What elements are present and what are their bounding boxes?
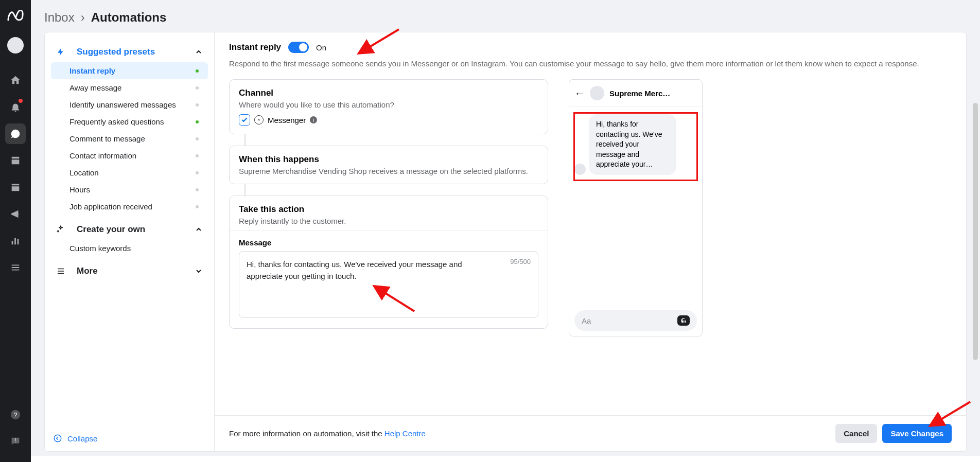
left-nav-rail: ? !: [0, 0, 31, 462]
info-icon[interactable]: i: [310, 116, 317, 123]
automation-toggle[interactable]: [288, 42, 309, 53]
svg-text:!: !: [15, 438, 16, 443]
save-button[interactable]: Save Changes: [882, 424, 952, 443]
preview-placeholder: Aa: [582, 316, 591, 325]
meta-logo[interactable]: [7, 7, 24, 25]
inbox-icon[interactable]: [5, 123, 26, 144]
notifications-icon[interactable]: [5, 97, 26, 117]
status-dot: [196, 188, 199, 191]
status-dot: [196, 171, 199, 174]
help-icon[interactable]: ?: [5, 404, 26, 425]
bubble-avatar: [574, 164, 586, 175]
flow-column: Channel Where would you like to use this…: [229, 79, 548, 405]
sidebar-item-away-message[interactable]: Away message: [51, 79, 208, 96]
account-avatar[interactable]: [7, 37, 24, 54]
home-icon[interactable]: [5, 70, 26, 91]
breadcrumb-current: Automations: [91, 10, 167, 25]
cancel-button[interactable]: Cancel: [835, 424, 877, 443]
chevron-up-icon: [195, 48, 203, 56]
preview-avatar: [590, 86, 604, 100]
action-subtitle: Reply instantly to the customer.: [239, 217, 538, 225]
more-header[interactable]: More: [48, 261, 211, 281]
sparkle-icon: [56, 225, 65, 234]
bottom-strip: [31, 456, 980, 462]
status-dot: [196, 86, 199, 90]
more-label: More: [77, 266, 98, 276]
collapse-button[interactable]: Collapse: [53, 434, 97, 443]
flow-connector: [244, 134, 246, 146]
messenger-label: Messenger: [268, 116, 306, 125]
status-dot: [196, 103, 199, 106]
scrollbar[interactable]: [973, 103, 978, 360]
channel-title: Channel: [239, 88, 538, 98]
automation-title: Instant reply: [229, 42, 281, 52]
when-box: When this happens Supreme Merchandise Ve…: [229, 146, 548, 184]
sidebar-item-comment[interactable]: Comment to message: [51, 130, 208, 147]
action-box: Take this action Reply instantly to the …: [229, 196, 548, 329]
preview-bubble: Hi, thanks for contacting us. We've rece…: [589, 114, 676, 175]
when-title: When this happens: [239, 154, 538, 165]
status-dot: [196, 205, 199, 208]
messenger-checkbox[interactable]: [239, 114, 250, 126]
lightning-icon: [56, 47, 65, 57]
sidebar-item-instant-reply[interactable]: Instant reply: [51, 62, 208, 79]
sidebar-item-job[interactable]: Job application received: [51, 198, 208, 215]
list-icon: [56, 266, 65, 276]
preview-phone: ← Supreme Merc… Hi, thanks for contactin…: [569, 79, 703, 336]
posts-icon[interactable]: [5, 150, 26, 171]
channel-subtitle: Where would you like to use this automat…: [239, 100, 538, 109]
collapse-label: Collapse: [67, 434, 97, 443]
preview-column: ← Supreme Merc… Hi, thanks for contactin…: [569, 79, 703, 405]
help-centre-link[interactable]: Help Centre: [384, 429, 426, 438]
insights-icon[interactable]: [5, 230, 26, 251]
main-area: Inbox › Automations Suggested presets In…: [31, 0, 980, 462]
message-input[interactable]: Hi, thanks for contacting us. We've rece…: [239, 251, 538, 318]
breadcrumb-inbox[interactable]: Inbox: [44, 10, 75, 25]
automations-card: Suggested presets Instant reply Away mes…: [44, 32, 967, 452]
sticker-icon: [677, 315, 690, 326]
suggested-presets-label: Suggested presets: [77, 47, 155, 57]
sidebar-item-faq[interactable]: Frequently asked questions: [51, 113, 208, 130]
automation-description: Respond to the first message someone sen…: [229, 58, 952, 69]
create-your-own-label: Create your own: [77, 224, 145, 235]
footer-bar: For more information on automation, visi…: [215, 415, 966, 451]
suggested-presets-header[interactable]: Suggested presets: [48, 42, 211, 62]
content-header: Instant reply On Respond to the first me…: [215, 32, 966, 76]
channel-box: Channel Where would you like to use this…: [229, 79, 548, 134]
preview-input: Aa: [574, 310, 697, 331]
sidebar-item-contact[interactable]: Contact information: [51, 147, 208, 164]
menu-icon[interactable]: [5, 257, 26, 278]
svg-point-3: [54, 435, 61, 442]
status-dot: [196, 154, 199, 157]
automations-sidebar: Suggested presets Instant reply Away mes…: [45, 32, 215, 451]
flow-connector: [244, 184, 246, 196]
chevron-up-icon: [195, 225, 203, 234]
message-text: Hi, thanks for contacting us. We've rece…: [247, 259, 531, 282]
sidebar-item-custom-keywords[interactable]: Custom keywords: [51, 240, 208, 257]
sidebar-item-hours[interactable]: Hours: [51, 181, 208, 198]
footer-text: For more information on automation, visi…: [229, 429, 426, 438]
message-char-count: 95/500: [510, 258, 531, 265]
toggle-state-label: On: [316, 43, 326, 52]
status-dot: [196, 137, 199, 140]
sidebar-item-unanswered[interactable]: Identify unanswered messages: [51, 96, 208, 113]
when-subtitle: Supreme Merchandise Vending Shop receive…: [239, 167, 538, 175]
chevron-right-icon: ›: [81, 10, 85, 25]
report-icon[interactable]: !: [5, 431, 26, 452]
preview-back-icon[interactable]: ←: [574, 87, 585, 99]
svg-text:?: ?: [14, 412, 18, 419]
chevron-down-icon: [195, 267, 203, 275]
action-title: Take this action: [239, 204, 538, 215]
sidebar-item-location[interactable]: Location: [51, 164, 208, 181]
status-dot: [196, 120, 199, 123]
breadcrumb: Inbox › Automations: [31, 0, 980, 32]
create-your-own-header[interactable]: Create your own: [48, 219, 211, 240]
messenger-icon: [254, 115, 264, 125]
ads-icon[interactable]: [5, 204, 26, 224]
message-label: Message: [239, 238, 538, 247]
collapse-icon: [53, 434, 62, 443]
content-panel: Instant reply On Respond to the first me…: [215, 32, 966, 451]
status-dot: [196, 69, 199, 73]
calendar-icon[interactable]: [5, 177, 26, 198]
preview-page-name: Supreme Merc…: [609, 89, 670, 98]
